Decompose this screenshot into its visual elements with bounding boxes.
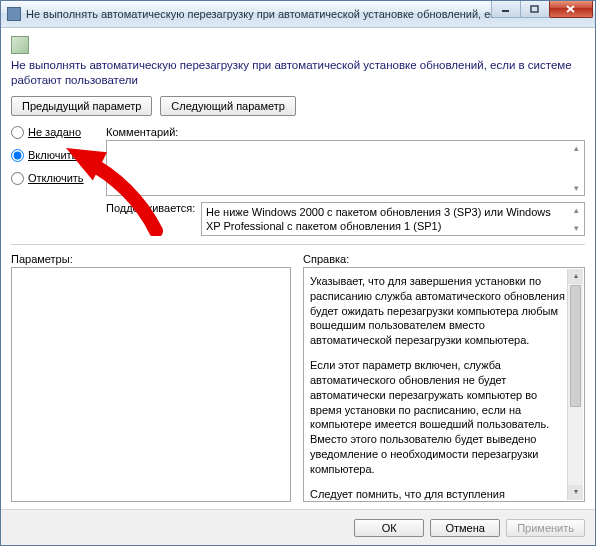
scroll-thumb[interactable] [570, 285, 581, 407]
scroll-up-icon: ▴ [571, 205, 581, 215]
svg-rect-1 [531, 6, 538, 12]
content-area: Не выполнять автоматическую перезагрузку… [1, 28, 595, 510]
comment-column: Комментарий: ▴ ▾ Поддерживается: Не ниже… [106, 126, 585, 236]
previous-setting-button[interactable]: Предыдущий параметр [11, 96, 152, 116]
dialog-footer: ОК Отмена Применить [1, 509, 595, 545]
config-row: Не задано Включить Отключить Комментарий… [11, 126, 585, 236]
supported-text: Не ниже Windows 2000 с пакетом обновлени… [201, 202, 585, 236]
cancel-button[interactable]: Отмена [430, 519, 500, 537]
ok-button[interactable]: ОК [354, 519, 424, 537]
radio-group: Не задано Включить Отключить [11, 126, 106, 195]
help-label: Справка: [303, 253, 585, 265]
close-icon [565, 4, 577, 14]
radio-enable-label: Включить [28, 149, 77, 161]
radio-disable-input[interactable] [11, 172, 24, 185]
parameters-box[interactable] [11, 267, 291, 502]
separator [11, 244, 585, 245]
radio-not-configured-input[interactable] [11, 126, 24, 139]
close-button[interactable] [549, 1, 593, 18]
radio-disable[interactable]: Отключить [11, 172, 106, 185]
scroll-down-icon[interactable]: ▾ [568, 485, 583, 500]
radio-not-configured[interactable]: Не задано [11, 126, 106, 139]
scroll-down-icon: ▾ [571, 223, 581, 233]
help-paragraph: Указывает, что для завершения установки … [310, 274, 566, 348]
maximize-icon [530, 5, 540, 13]
comment-textarea[interactable]: ▴ ▾ [106, 140, 585, 196]
policy-heading: Не выполнять автоматическую перезагрузку… [11, 58, 585, 88]
maximize-button[interactable] [520, 1, 550, 18]
apply-button: Применить [506, 519, 585, 537]
help-textarea[interactable]: Указывает, что для завершения установки … [303, 267, 585, 502]
next-setting-button[interactable]: Следующий параметр [160, 96, 296, 116]
minimize-button[interactable] [491, 1, 521, 18]
nav-buttons: Предыдущий параметр Следующий параметр [11, 96, 585, 116]
help-paragraph: Следует помнить, что для вступления обно… [310, 487, 566, 502]
parameters-label: Параметры: [11, 253, 291, 265]
app-icon [7, 7, 21, 21]
policy-icon [11, 36, 29, 54]
supported-row: Поддерживается: Не ниже Windows 2000 с п… [106, 202, 585, 236]
titlebar: Не выполнять автоматическую перезагрузку… [1, 1, 595, 28]
scroll-up-icon[interactable]: ▴ [568, 269, 583, 284]
radio-not-configured-label: Не задано [28, 126, 81, 138]
help-panel: Справка: Указывает, что для завершения у… [303, 253, 585, 502]
supported-label: Поддерживается: [106, 202, 201, 236]
scroll-down-icon: ▾ [571, 183, 581, 193]
dialog-window: Не выполнять автоматическую перезагрузку… [0, 0, 596, 546]
help-paragraph: Если этот параметр включен, служба автом… [310, 358, 566, 477]
lower-panels: Параметры: Справка: Указывает, что для з… [11, 253, 585, 502]
parameters-panel: Параметры: [11, 253, 291, 502]
radio-enable-input[interactable] [11, 149, 24, 162]
radio-enable[interactable]: Включить [11, 149, 106, 162]
supported-text-value: Не ниже Windows 2000 с пакетом обновлени… [206, 206, 551, 232]
scroll-up-icon: ▴ [571, 143, 581, 153]
minimize-icon [501, 5, 511, 13]
help-scrollbar[interactable]: ▴ ▾ [567, 269, 583, 500]
window-buttons [492, 1, 593, 18]
comment-label: Комментарий: [106, 126, 585, 138]
radio-disable-label: Отключить [28, 172, 84, 184]
